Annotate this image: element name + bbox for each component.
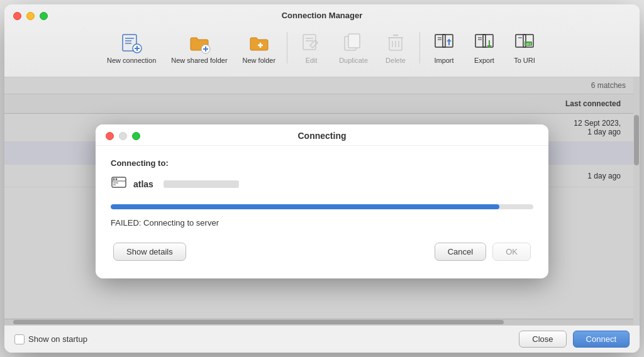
close-button[interactable] <box>13 12 21 20</box>
delete-label: Delete <box>386 57 406 64</box>
server-row: atlas <box>111 174 533 194</box>
new-connection-label: New connection <box>107 57 156 64</box>
error-text: FAILED: Connecting to server <box>111 218 533 228</box>
svg-point-43 <box>116 178 118 180</box>
edit-label: Edit <box>306 57 318 64</box>
dialog-right-buttons: Cancel OK <box>435 243 531 261</box>
dialog-body: Connecting to: atl <box>96 146 548 278</box>
delete-button[interactable]: Delete <box>377 28 414 68</box>
export-button[interactable]: Export <box>465 28 503 68</box>
duplicate-label: Duplicate <box>339 57 368 64</box>
maximize-button[interactable] <box>40 12 48 20</box>
show-details-button[interactable]: Show details <box>113 243 186 261</box>
dialog-minimize-button <box>119 132 127 140</box>
bottom-bar: Show on startup Close Connect <box>4 325 640 353</box>
export-label: Export <box>474 57 494 64</box>
to-uri-button[interactable]: URI To URI <box>506 28 543 68</box>
dialog-title: Connecting <box>298 131 347 141</box>
new-connection-icon <box>120 31 143 54</box>
to-uri-label: To URI <box>514 57 535 64</box>
new-shared-folder-icon <box>188 31 211 54</box>
export-icon <box>473 31 496 54</box>
cancel-button[interactable]: Cancel <box>435 243 486 261</box>
progress-bar-fill <box>111 204 499 209</box>
server-icon <box>111 174 127 194</box>
window-title: Connection Manager <box>282 11 363 20</box>
svg-point-42 <box>113 178 115 180</box>
toolbar-sep-2 <box>419 32 420 63</box>
new-folder-label: New folder <box>243 57 276 64</box>
dialog-buttons: Show details Cancel OK <box>111 243 533 266</box>
titlebar: Connection Manager New connection <box>4 4 640 77</box>
new-connection-button[interactable]: New connection <box>101 28 162 68</box>
modal-overlay: Connecting Connecting to: <box>4 77 640 325</box>
connect-button[interactable]: Connect <box>573 331 630 348</box>
svg-rect-23 <box>435 35 445 47</box>
new-folder-button[interactable]: New folder <box>236 28 282 68</box>
import-icon <box>433 31 455 54</box>
bottom-buttons: Close Connect <box>519 331 630 348</box>
svg-rect-29 <box>475 35 486 47</box>
svg-rect-35 <box>516 35 526 47</box>
main-window: Connection Manager New connection <box>4 4 640 353</box>
main-content: 6 matches Last connected @ admin 12 Sept… <box>4 77 640 325</box>
duplicate-icon <box>342 31 365 54</box>
toolbar-sep-1 <box>287 32 287 63</box>
delete-icon <box>384 31 407 54</box>
svg-text:URI: URI <box>526 42 531 46</box>
traffic-lights <box>13 12 48 20</box>
startup-check: Show on startup <box>14 334 87 344</box>
show-on-startup-label: Show on startup <box>28 334 87 344</box>
new-shared-folder-button[interactable]: New shared folder <box>165 28 233 68</box>
to-uri-icon: URI <box>513 31 536 54</box>
new-folder-icon <box>248 31 270 54</box>
dialog-titlebar: Connecting <box>96 124 548 146</box>
close-button[interactable]: Close <box>519 331 566 348</box>
ok-button[interactable]: OK <box>492 243 531 261</box>
toolbar: New connection New shared folder <box>96 25 548 73</box>
dialog-traffic-lights <box>106 132 140 140</box>
minimize-button[interactable] <box>26 12 35 20</box>
duplicate-button[interactable]: Duplicate <box>333 28 374 68</box>
server-redacted-info <box>164 180 239 188</box>
progress-bar-container <box>111 204 533 209</box>
show-on-startup-checkbox[interactable] <box>14 334 25 344</box>
edit-icon <box>300 31 323 54</box>
edit-button[interactable]: Edit <box>292 28 330 68</box>
dialog-maximize-button[interactable] <box>132 132 140 140</box>
connecting-to-label: Connecting to: <box>111 158 533 168</box>
import-button[interactable]: Import <box>425 28 463 68</box>
import-label: Import <box>434 57 453 64</box>
connecting-dialog: Connecting Connecting to: <box>96 124 548 278</box>
dialog-close-button[interactable] <box>106 132 114 140</box>
server-name: atlas <box>133 179 153 189</box>
svg-rect-16 <box>348 34 360 48</box>
new-shared-folder-label: New shared folder <box>171 57 227 64</box>
